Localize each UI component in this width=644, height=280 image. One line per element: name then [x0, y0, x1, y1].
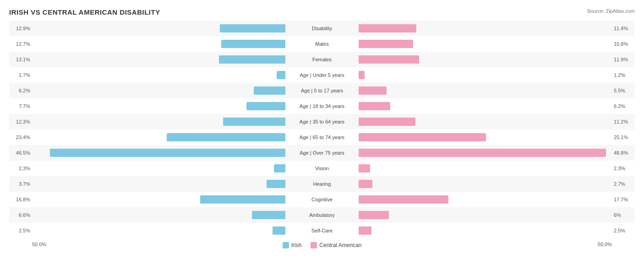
footer-row: 50.0% Irish Central American 50.0% [9, 240, 635, 248]
right-bar-area [359, 226, 612, 235]
table-row: 12.9% Disability 11.4% [9, 21, 635, 36]
left-bar-area [32, 55, 285, 64]
legend-item-irish: Irish [283, 242, 302, 248]
right-bar-area [359, 39, 612, 48]
left-bar-area [32, 210, 285, 220]
row-label: Age | 18 to 34 years [285, 103, 359, 109]
table-row: 12.7% Males 10.8% [9, 36, 635, 52]
left-bar-area [32, 117, 285, 126]
row-label: Age | 35 to 64 years [285, 119, 359, 124]
bars-center: Age | Over 75 years [32, 145, 612, 161]
left-bar-area [32, 195, 285, 204]
irish-bar [273, 226, 285, 235]
left-value: 23.4% [9, 135, 32, 140]
right-value: 2.5% [612, 228, 635, 233]
irish-bar [167, 133, 285, 141]
left-value: 16.8% [9, 197, 32, 202]
table-row: 7.7% Age | 18 to 34 years 6.2% [9, 98, 635, 114]
table-row: 1.7% Age | Under 5 years 1.2% [9, 67, 635, 83]
left-bar-area [32, 86, 285, 95]
right-value: 1.2% [612, 72, 635, 78]
central-american-bar [359, 24, 416, 32]
bars-center: Age | Under 5 years [32, 67, 612, 83]
right-bar-area [359, 102, 612, 111]
table-row: 23.4% Age | 65 to 74 years 25.1% [9, 129, 635, 145]
right-bar-area [359, 210, 612, 220]
row-label: Cognitive [285, 197, 359, 202]
chart-area: 12.9% Disability 11.4% 12.7% Males [9, 21, 635, 238]
right-bar-area [359, 195, 612, 204]
right-value: 11.4% [612, 26, 635, 31]
source-text: Source: ZipAtlas.com [587, 8, 635, 14]
row-label: Disability [285, 26, 359, 31]
left-bar-area [32, 148, 285, 157]
left-bar-area [32, 102, 285, 111]
row-label: Age | Under 5 years [285, 72, 359, 78]
bars-center: Ambulatory [32, 207, 612, 223]
central-american-legend-box [311, 242, 317, 248]
irish-bar [267, 180, 285, 188]
row-label: Self-Care [285, 228, 359, 233]
bars-center: Males [32, 36, 612, 52]
left-value: 12.7% [9, 41, 32, 47]
right-bar-area [359, 148, 612, 157]
table-row: 3.7% Hearing 2.7% [9, 176, 635, 192]
right-value: 2.7% [612, 181, 635, 187]
left-bar-area [32, 179, 285, 188]
central-american-bar [359, 86, 387, 95]
left-value: 1.7% [9, 72, 32, 78]
left-bar-area [32, 39, 285, 48]
row-label: Age | Over 75 years [285, 150, 359, 156]
table-row: 16.8% Cognitive 17.7% [9, 192, 635, 207]
left-value: 3.7% [9, 181, 32, 187]
irish-bar [277, 71, 285, 79]
central-american-bar [359, 180, 372, 188]
right-bar-area [359, 133, 612, 142]
table-row: 2.5% Self-Care 2.5% [9, 223, 635, 238]
table-row: 6.6% Ambulatory 6% [9, 207, 635, 223]
left-value: 2.3% [9, 166, 32, 171]
footer-right: 50.0% [598, 242, 612, 247]
right-value: 10.8% [612, 41, 635, 47]
right-value: 2.3% [612, 166, 635, 171]
irish-bar [254, 86, 285, 95]
bars-center: Age | 65 to 74 years [32, 129, 612, 145]
legend-item-central-american: Central American [311, 242, 361, 248]
title-row: IRISH VS CENTRAL AMERICAN DISABILITY Sou… [9, 8, 635, 18]
table-row: 46.5% Age | Over 75 years 48.8% [9, 145, 635, 161]
irish-legend-box [283, 242, 289, 248]
left-value: 2.5% [9, 228, 32, 233]
irish-bar [221, 40, 285, 48]
table-row: 6.2% Age | 5 to 17 years 5.5% [9, 83, 635, 98]
left-value: 7.7% [9, 103, 32, 109]
bars-center: Disability [32, 21, 612, 36]
table-row: 12.3% Age | 35 to 64 years 11.2% [9, 114, 635, 129]
irish-legend-label: Irish [291, 242, 302, 248]
right-bar-area [359, 164, 612, 173]
bars-center: Self-Care [32, 223, 612, 238]
row-label: Females [285, 57, 359, 62]
table-row: 2.3% Vision 2.3% [9, 161, 635, 176]
left-bar-area [32, 164, 285, 173]
bars-center: Cognitive [32, 192, 612, 207]
left-value: 6.2% [9, 88, 32, 93]
central-american-bar [359, 71, 365, 79]
row-label: Age | 5 to 17 years [285, 88, 359, 93]
left-value: 46.5% [9, 150, 32, 156]
right-bar-area [359, 55, 612, 64]
central-american-bar [359, 149, 606, 157]
table-row: 13.1% Females 11.9% [9, 52, 635, 67]
right-value: 11.9% [612, 57, 635, 62]
bars-center: Vision [32, 161, 612, 176]
row-label: Hearing [285, 181, 359, 187]
central-american-bar [359, 211, 389, 219]
central-american-bar [359, 118, 415, 126]
central-american-bar [359, 133, 486, 141]
irish-bar [220, 24, 285, 32]
central-american-bar [359, 40, 413, 48]
right-value: 48.8% [612, 150, 635, 156]
right-value: 17.7% [612, 197, 635, 202]
right-bar-area [359, 70, 612, 80]
central-american-bar [359, 195, 448, 204]
left-bar-area [32, 24, 285, 33]
